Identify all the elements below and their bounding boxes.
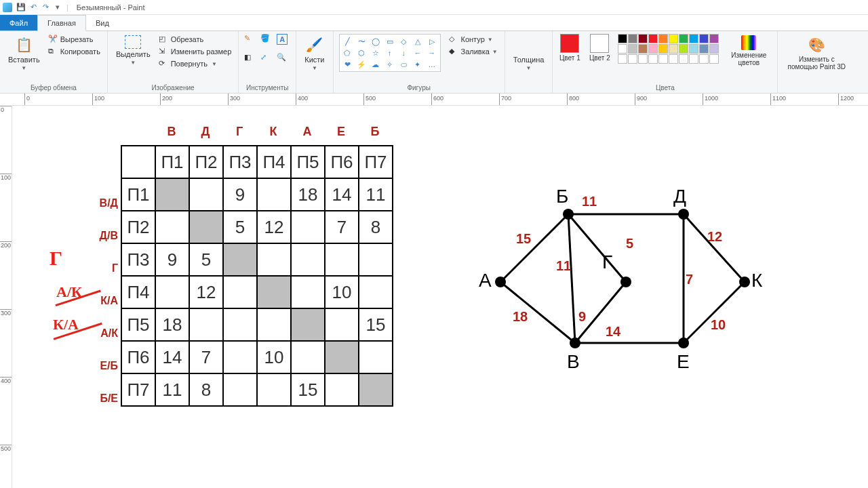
zoom-tool[interactable]: 🔍 bbox=[277, 53, 290, 62]
node-d: Д bbox=[673, 186, 686, 207]
table-cell: П7 bbox=[121, 373, 155, 406]
bucket-tool[interactable]: 🪣 bbox=[260, 34, 274, 43]
color1-button[interactable]: Цвет 1 bbox=[558, 34, 581, 62]
fill-label: Заливка bbox=[461, 47, 490, 56]
palette-swatch[interactable] bbox=[638, 34, 648, 43]
row-label: Е/Б bbox=[80, 350, 118, 382]
palette-swatch[interactable] bbox=[648, 54, 658, 64]
ruler-tick: 400 bbox=[0, 377, 12, 384]
undo-icon[interactable]: ↶ bbox=[28, 3, 38, 12]
edit-colors-button[interactable]: Изменение цветов bbox=[726, 34, 772, 68]
palette-swatch[interactable] bbox=[709, 54, 719, 64]
svg-line-4 bbox=[568, 214, 626, 282]
col-letter: К bbox=[256, 125, 290, 139]
table-cell bbox=[257, 178, 291, 211]
table-cell: П2 bbox=[121, 211, 155, 243]
table-cell: 12 bbox=[189, 276, 223, 308]
palette-swatch[interactable] bbox=[689, 44, 698, 54]
divider: | bbox=[66, 3, 68, 12]
paint3d-button[interactable]: 🎨 Изменить с помощью Paint 3D bbox=[783, 34, 850, 72]
rotate-button[interactable]: ⟳Повернуть▼ bbox=[157, 58, 233, 69]
palette-swatch[interactable] bbox=[648, 44, 658, 54]
chevron-down-icon: ▼ bbox=[488, 37, 493, 43]
palette-swatch[interactable] bbox=[618, 44, 627, 54]
table-cell bbox=[257, 243, 291, 276]
table-cell bbox=[325, 341, 359, 373]
spectrum-icon bbox=[741, 35, 756, 50]
palette-swatch[interactable] bbox=[638, 54, 648, 64]
node-a: А bbox=[479, 270, 492, 291]
col-letter: А bbox=[290, 125, 324, 139]
canvas[interactable]: ВДГКАЕБ В/ДД/ВГК/АА/КЕ/ББ/Е Г А/К К/А П1… bbox=[12, 106, 868, 488]
palette-swatch[interactable] bbox=[689, 34, 698, 43]
palette-swatch[interactable] bbox=[638, 44, 648, 54]
tab-home[interactable]: Главная bbox=[37, 15, 86, 31]
tab-file[interactable]: Файл bbox=[0, 15, 37, 30]
ruler-tick: 1100 bbox=[770, 94, 786, 105]
palette-swatch[interactable] bbox=[618, 34, 627, 43]
ribbon-tabs: Файл Главная Вид bbox=[0, 15, 868, 31]
brushes-label: Кисти bbox=[304, 56, 324, 64]
brushes-button[interactable]: 🖌️ Кисти ▼ bbox=[302, 34, 327, 73]
table-cell bbox=[359, 276, 393, 308]
palette-swatch[interactable] bbox=[658, 54, 668, 64]
svg-line-9 bbox=[684, 282, 745, 343]
table-cell bbox=[325, 243, 359, 276]
resize-label: Изменить размер bbox=[171, 47, 232, 56]
palette-swatch[interactable] bbox=[669, 34, 678, 43]
palette-swatch[interactable] bbox=[689, 54, 698, 64]
chevron-down-icon: ▼ bbox=[130, 60, 136, 66]
paste-button[interactable]: 📋 Вставить ▼ bbox=[5, 34, 43, 73]
thickness-button[interactable]: Толщина ▼ bbox=[511, 34, 547, 73]
col-letter: Б bbox=[358, 125, 392, 139]
palette-swatch[interactable] bbox=[658, 34, 668, 43]
picker-tool[interactable]: ⤢ bbox=[260, 53, 274, 62]
palette-swatch[interactable] bbox=[628, 34, 637, 43]
color2-button[interactable]: Цвет 2 bbox=[588, 34, 611, 62]
palette-swatch[interactable] bbox=[628, 54, 637, 64]
table-cell: 8 bbox=[189, 373, 223, 406]
palette-swatch[interactable] bbox=[658, 44, 668, 54]
palette-swatch[interactable] bbox=[709, 34, 719, 43]
tab-view[interactable]: Вид bbox=[86, 15, 119, 30]
palette-swatch[interactable] bbox=[699, 54, 709, 64]
select-button[interactable]: Выделить ▼ bbox=[113, 34, 153, 67]
palette-swatch[interactable] bbox=[699, 34, 709, 43]
svg-point-13 bbox=[620, 277, 631, 287]
palette-swatch[interactable] bbox=[618, 54, 627, 64]
resize-button[interactable]: ⇲Изменить размер bbox=[157, 46, 233, 57]
ruler-tick: 400 bbox=[296, 94, 308, 105]
palette-swatch[interactable] bbox=[679, 54, 688, 64]
group-clipboard: 📋 Вставить ▼ ✂️Вырезать ⧉Копировать Буфе… bbox=[0, 31, 108, 93]
row-label: Б/Е bbox=[80, 382, 118, 415]
palette-swatch[interactable] bbox=[648, 34, 658, 43]
table-cell: 18 bbox=[291, 178, 325, 211]
fill-icon: ◆ bbox=[449, 47, 458, 56]
workspace: 0100200300400500 ВДГКАЕБ В/ДД/ВГК/АА/КЕ/… bbox=[0, 106, 868, 488]
palette-swatch[interactable] bbox=[709, 44, 719, 54]
text-tool[interactable]: A bbox=[277, 34, 288, 45]
outline-button[interactable]: ◇Контур▼ bbox=[448, 34, 499, 45]
cut-button[interactable]: ✂️Вырезать bbox=[47, 34, 102, 45]
crop-button[interactable]: ◰Обрезать bbox=[157, 34, 233, 45]
shapes-gallery[interactable]: ╱〜◯▭◇△▷ ⬠⬡☆↑↓←→ ❤⚡☁✧⬭✦… bbox=[339, 34, 441, 72]
qat-customize-icon[interactable]: ▾ bbox=[53, 3, 62, 12]
color-palette[interactable] bbox=[618, 34, 719, 64]
palette-swatch[interactable] bbox=[679, 34, 688, 43]
copy-button[interactable]: ⧉Копировать bbox=[47, 46, 102, 57]
ruler-tick: 100 bbox=[0, 174, 12, 181]
graph-svg bbox=[473, 174, 765, 418]
redo-icon[interactable]: ↷ bbox=[41, 3, 50, 12]
fill-button[interactable]: ◆Заливка▼ bbox=[448, 46, 499, 57]
palette-swatch[interactable] bbox=[699, 44, 709, 54]
table-cell: 14 bbox=[155, 341, 189, 373]
palette-swatch[interactable] bbox=[669, 44, 678, 54]
save-icon[interactable]: 💾 bbox=[16, 3, 26, 12]
pencil-tool[interactable]: ✎ bbox=[244, 34, 258, 43]
palette-swatch[interactable] bbox=[669, 54, 678, 64]
table-header: П1 bbox=[155, 146, 189, 178]
palette-swatch[interactable] bbox=[628, 44, 637, 54]
eraser-tool[interactable]: ◧ bbox=[244, 53, 258, 62]
palette-swatch[interactable] bbox=[679, 44, 688, 54]
app-icon bbox=[3, 3, 12, 12]
